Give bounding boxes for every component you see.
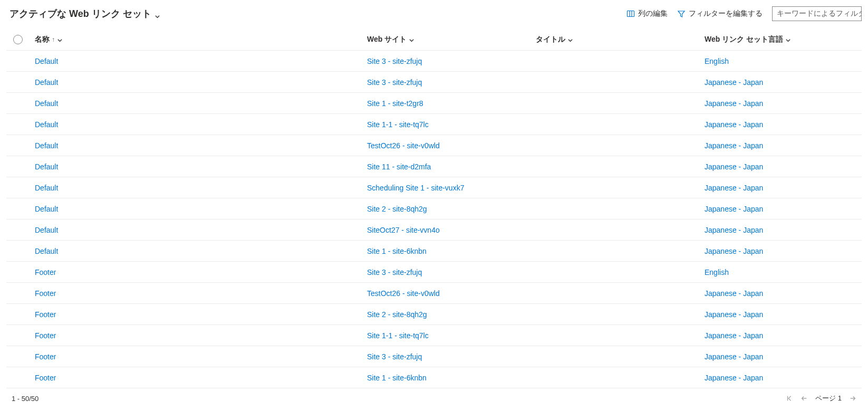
- table-row[interactable]: DefaultSite 1 - site-t2gr8Japanese - Jap…: [6, 93, 862, 114]
- cell-language-link[interactable]: English: [705, 57, 729, 65]
- cell-name-link[interactable]: Footer: [35, 352, 56, 361]
- cell-language-link[interactable]: Japanese - Japan: [705, 141, 763, 150]
- cell-name-link[interactable]: Footer: [35, 310, 56, 319]
- toolbar-right: 列の編集 フィルターを編集する キーワードによるフィルタ: [626, 6, 862, 21]
- cell-name-link[interactable]: Default: [35, 205, 58, 213]
- cell-language-link[interactable]: Japanese - Japan: [705, 310, 763, 319]
- table-row[interactable]: DefaultSiteOct27 - site-vvn4oJapanese - …: [6, 219, 862, 241]
- cell-website-link[interactable]: Scheduling Site 1 - site-vuxk7: [367, 184, 464, 192]
- cell-website-link[interactable]: TestOct26 - site-v0wld: [367, 289, 440, 298]
- view-title-text: アクティブな Web リンク セット: [9, 7, 151, 20]
- cell-website-link[interactable]: Site 3 - site-zfujq: [367, 268, 422, 276]
- cell-name-link[interactable]: Footer: [35, 268, 56, 276]
- cell-language-link[interactable]: Japanese - Japan: [705, 374, 763, 382]
- table-row[interactable]: FooterSite 1-1 - site-tq7lcJapanese - Ja…: [6, 325, 862, 346]
- search-placeholder: キーワードによるフィルタ: [777, 9, 862, 18]
- cell-language-link[interactable]: Japanese - Japan: [705, 226, 763, 234]
- cell-website-link[interactable]: Site 1-1 - site-tq7lc: [367, 331, 429, 340]
- cell-name-link[interactable]: Default: [35, 163, 58, 171]
- table-row[interactable]: DefaultTestOct26 - site-v0wldJapanese - …: [6, 135, 862, 156]
- cell-name-link[interactable]: Default: [35, 120, 58, 129]
- cell-website-link[interactable]: Site 3 - site-zfujq: [367, 78, 422, 87]
- table-row[interactable]: FooterSite 1 - site-6knbnJapanese - Japa…: [6, 367, 862, 388]
- search-input[interactable]: キーワードによるフィルタ: [772, 6, 862, 21]
- cell-website-link[interactable]: Site 1 - site-6knbn: [367, 247, 427, 255]
- table-row[interactable]: FooterSite 3 - site-zfujqJapanese - Japa…: [6, 346, 862, 367]
- column-header-language-label: Web リンク セット言語: [705, 35, 783, 44]
- cell-name-link[interactable]: Default: [35, 247, 58, 255]
- edit-filters-button[interactable]: フィルターを編集する: [677, 9, 763, 18]
- select-all-checkbox[interactable]: [13, 35, 23, 44]
- cell-language-link[interactable]: Japanese - Japan: [705, 352, 763, 361]
- svg-rect-0: [628, 11, 634, 17]
- grid-body: DefaultSite 3 - site-zfujqEnglishDefault…: [6, 51, 862, 388]
- table-row[interactable]: DefaultScheduling Site 1 - site-vuxk7Jap…: [6, 177, 862, 198]
- edit-columns-label: 列の編集: [638, 9, 668, 18]
- cell-language-link[interactable]: Japanese - Japan: [705, 247, 763, 255]
- table-row[interactable]: DefaultSite 2 - site-8qh2gJapanese - Jap…: [6, 198, 862, 219]
- edit-columns-button[interactable]: 列の編集: [626, 9, 668, 18]
- cell-website-link[interactable]: Site 11 - site-d2mfa: [367, 163, 431, 171]
- chevron-down-icon: [409, 36, 414, 42]
- cell-website-link[interactable]: Site 1 - site-6knbn: [367, 374, 427, 382]
- cell-website-link[interactable]: Site 2 - site-8qh2g: [367, 205, 427, 213]
- grid-footer: 1 - 50/50 ページ 1: [6, 388, 862, 409]
- cell-language-link[interactable]: Japanese - Japan: [705, 163, 763, 171]
- cell-website-link[interactable]: Site 3 - site-zfujq: [367, 57, 422, 65]
- cell-website-link[interactable]: TestOct26 - site-v0wld: [367, 141, 440, 150]
- cell-language-link[interactable]: Japanese - Japan: [705, 289, 763, 298]
- cell-name-link[interactable]: Footer: [35, 374, 56, 382]
- cell-name-link[interactable]: Default: [35, 57, 58, 65]
- view-selector[interactable]: アクティブな Web リンク セット: [6, 7, 160, 20]
- pager: ページ 1: [786, 394, 856, 403]
- cell-website-link[interactable]: Site 1-1 - site-tq7lc: [367, 120, 429, 129]
- column-header-website-label: Web サイト: [367, 35, 407, 44]
- cell-language-link[interactable]: Japanese - Japan: [705, 331, 763, 340]
- grid-header: 名称 ↑ Web サイト タイトル Web リンク セット言語: [6, 28, 862, 51]
- table-row[interactable]: FooterSite 2 - site-8qh2gJapanese - Japa…: [6, 304, 862, 325]
- table-row[interactable]: DefaultSite 1-1 - site-tq7lcJapanese - J…: [6, 114, 862, 135]
- cell-name-link[interactable]: Default: [35, 141, 58, 150]
- cell-name-link[interactable]: Footer: [35, 289, 56, 298]
- column-header-name-label: 名称: [35, 35, 50, 44]
- chevron-down-icon: [785, 36, 791, 42]
- column-header-title[interactable]: タイトル: [536, 35, 705, 44]
- filter-icon: [677, 9, 686, 18]
- cell-name-link[interactable]: Default: [35, 184, 58, 192]
- toolbar: アクティブな Web リンク セット 列の編集: [6, 4, 862, 28]
- prev-page-icon[interactable]: [801, 395, 808, 402]
- table-row[interactable]: FooterSite 3 - site-zfujqEnglish: [6, 262, 862, 283]
- columns-icon: [626, 9, 635, 18]
- cell-language-link[interactable]: Japanese - Japan: [705, 99, 763, 108]
- data-grid: 名称 ↑ Web サイト タイトル Web リンク セット言語: [6, 28, 862, 388]
- cell-website-link[interactable]: Site 3 - site-zfujq: [367, 352, 422, 361]
- table-row[interactable]: DefaultSite 3 - site-zfujqEnglish: [6, 51, 862, 72]
- next-page-icon[interactable]: [849, 395, 856, 402]
- cell-name-link[interactable]: Default: [35, 226, 58, 234]
- chevron-down-icon: [57, 36, 63, 42]
- cell-language-link[interactable]: Japanese - Japan: [705, 120, 763, 129]
- page-label: ページ 1: [815, 394, 842, 403]
- table-row[interactable]: FooterTestOct26 - site-v0wldJapanese - J…: [6, 283, 862, 304]
- cell-name-link[interactable]: Footer: [35, 331, 56, 340]
- table-row[interactable]: DefaultSite 3 - site-zfujqJapanese - Jap…: [6, 72, 862, 93]
- cell-language-link[interactable]: Japanese - Japan: [705, 205, 763, 213]
- cell-language-link[interactable]: English: [705, 268, 729, 276]
- column-header-website[interactable]: Web サイト: [367, 35, 536, 44]
- table-row[interactable]: DefaultSite 11 - site-d2mfaJapanese - Ja…: [6, 156, 862, 177]
- cell-name-link[interactable]: Default: [35, 78, 58, 87]
- cell-name-link[interactable]: Default: [35, 99, 58, 108]
- first-page-icon[interactable]: [786, 395, 793, 402]
- column-header-language[interactable]: Web リンク セット言語: [705, 35, 862, 44]
- column-header-name[interactable]: 名称 ↑: [30, 35, 367, 44]
- table-row[interactable]: DefaultSite 1 - site-6knbnJapanese - Jap…: [6, 241, 862, 262]
- cell-website-link[interactable]: Site 1 - site-t2gr8: [367, 99, 423, 108]
- cell-language-link[interactable]: Japanese - Japan: [705, 184, 763, 192]
- column-header-title-label: タイトル: [536, 35, 565, 44]
- chevron-down-icon: [155, 11, 160, 17]
- sort-asc-icon: ↑: [52, 36, 55, 43]
- cell-language-link[interactable]: Japanese - Japan: [705, 78, 763, 87]
- cell-website-link[interactable]: Site 2 - site-8qh2g: [367, 310, 427, 319]
- record-range: 1 - 50/50: [12, 395, 38, 403]
- cell-website-link[interactable]: SiteOct27 - site-vvn4o: [367, 226, 440, 234]
